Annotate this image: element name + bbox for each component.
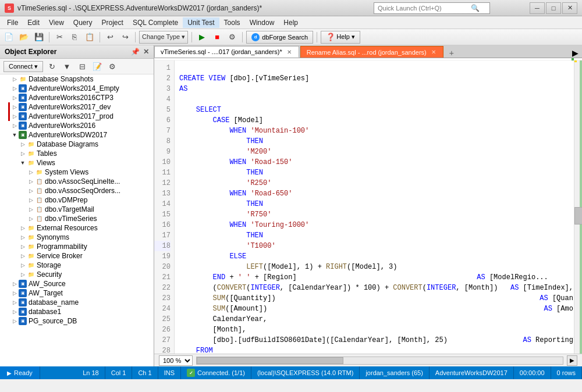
menu-unit-test[interactable]: Unit Test [183,17,219,28]
tree-item-storage[interactable]: ▷ 📁 Storage [16,261,154,270]
oe-filter[interactable]: ▼ [61,60,73,72]
tree-item-vassocseqline[interactable]: ▷ 📋 dbo.vAssocSeqLineIte... [24,177,154,186]
tree-item-vtimeseries[interactable]: ▷ 📋 dbo.vTimeSeries [24,214,154,223]
tree-item-pgsource[interactable]: ▷ ▣ PG_source_DB [8,316,154,326]
tree-item-awtarget[interactable]: ▷ ▣ AW_Target [8,288,154,298]
expander-awdw2017: ▼ [10,131,19,139]
folder-icon-system-views: 📁 [35,168,43,176]
tree-item-aw2017prod[interactable]: ▷ ▣ AdventureWorks2017_prod [8,112,154,121]
tree-item-db-snapshots[interactable]: ▷ 📁 Database Snapshots [8,74,154,84]
tree-item-ext-resources[interactable]: ▷ 📁 External Resources [16,223,154,233]
tree-item-service-broker[interactable]: ▷ 📁 Service Broker [16,251,154,261]
close-button[interactable]: ✕ [562,2,577,14]
toolbar-new[interactable]: 📄 [2,31,15,43]
menu-file[interactable]: File [2,17,23,28]
tab-vtimeseries[interactable]: vTimeSeries.sql - ....017 (jordan_sander… [154,46,299,58]
menu-sql-complete[interactable]: SQL Complete [128,17,183,28]
status-server-text: (local)\SQLEXPRESS (14.0 RTM) [257,369,353,376]
menu-tools[interactable]: Tools [219,17,245,28]
tree-item-awdw2017[interactable]: ▼ ▣ AdventureWorksDW2017 [8,130,154,140]
minimize-button[interactable]: ─ [530,2,545,14]
title-bar: S vTimeSeries.sql - .\SQLEXPRESS.Adventu… [0,0,582,16]
oe-tree: ▷ 📁 Database Snapshots ▷ ▣ AdventureWork… [0,74,154,366]
tree-item-dbname[interactable]: ▷ ▣ database_name [8,298,154,307]
toolbar-copy[interactable]: ⎘ [68,31,81,43]
code-content[interactable]: 1 2 3 4 5 6 7 8 9 10 11 12 13 14 15 16 1 [154,60,582,354]
scroll-right-btn[interactable]: ▶ [567,355,577,366]
db-icon-aw2017dev: ▣ [19,103,27,111]
quick-launch-search[interactable]: 🔍 [374,2,490,14]
toolbar-separator-3 [135,32,136,42]
view-icon-vdmprep: 📋 [35,196,43,204]
help-button[interactable]: ❓ Help ▾ [321,31,360,44]
view-icon-vtargetmail: 📋 [35,205,43,213]
status-server: (local)\SQLEXPRESS (14.0 RTM) [251,366,360,379]
toolbar-open[interactable]: 📂 [17,31,30,43]
line-num-25: 25 [154,314,171,325]
tree-item-security[interactable]: ▷ 📁 Security [16,270,154,279]
toolbar-undo[interactable]: ↩ [104,31,116,43]
tree-item-db-diagrams[interactable]: ▷ 📁 Database Diagrams [16,140,154,149]
tree-item-awsource[interactable]: ▷ ▣ AW_Source [8,279,154,288]
tree-item-system-views[interactable]: ▷ 📁 System Views [24,168,154,177]
zoom-select[interactable]: 100 % 75 % 125 % 150 % [159,355,193,366]
add-tab-button[interactable]: + [445,48,459,58]
tab-scroll-right[interactable]: ▶ [569,48,582,58]
oe-properties[interactable]: ⚙ [106,60,119,72]
oe-new-query[interactable]: 📝 [91,60,104,72]
menu-query[interactable]: Query [69,17,97,28]
menu-edit[interactable]: Edit [23,17,44,28]
menu-view[interactable]: View [44,17,69,28]
tree-item-vassocseqorders[interactable]: ▷ 📋 dbo.vAssocSeqOrders... [24,186,154,195]
tab-rename-alias[interactable]: Rename Alias.sql - ...rod (jordan_sander… [300,46,443,58]
tree-item-aw2014[interactable]: ▷ ▣ AdventureWorks2014_Empty [8,84,154,93]
tree-item-programmability[interactable]: ▷ 📁 Programmability [16,242,154,251]
menu-help[interactable]: Help [279,17,303,28]
connect-button[interactable]: Connect ▾ [3,61,43,72]
search-input[interactable] [378,5,471,12]
app-icon: S [5,3,14,13]
minimap-thumb[interactable] [574,207,582,224]
tree-label-tables: Tables [37,149,57,158]
toolbar-run[interactable]: ▶ [196,31,208,43]
tree-item-aw2016[interactable]: ▷ ▣ AdventureWorks2016 [8,121,154,130]
horizontal-scrollbar[interactable] [196,357,563,365]
toolbar-debug[interactable]: ⚙ [226,31,239,43]
tree-item-aw2016ctp[interactable]: ▷ ▣ AdventureWorks2016CTP3 [8,93,154,102]
line-num-6: 6 [154,115,171,126]
oe-refresh-all[interactable]: ↻ [45,60,58,72]
change-type-label[interactable]: Change Type ▾ [139,31,188,44]
line-num-28: 28 [154,345,171,354]
view-icon-vassocseqorders: 📋 [35,187,43,195]
oe-close-icon[interactable]: ✕ [143,48,149,56]
folder-icon-security: 📁 [27,270,35,279]
tab-rename-alias-close[interactable]: ✕ [430,49,437,55]
menu-project[interactable]: Project [97,17,128,28]
tree-item-aw2017dev[interactable]: ▷ ▣ AdventureWorks2017_dev [8,102,154,112]
dbforge-search-button[interactable]: d dbForge Search [246,31,313,44]
tree-item-tables[interactable]: ▷ 📁 Tables [16,149,154,158]
tree-item-synonyms[interactable]: ▷ 📁 Synonyms [16,233,154,242]
oe-collapse[interactable]: ⊟ [76,60,88,72]
expander-awtarget: ▷ [10,289,19,297]
status-ready: ▶ Ready [0,366,40,379]
menu-window[interactable]: Window [245,17,279,28]
toolbar-paste[interactable]: 📋 [83,31,96,43]
tab-vtimeseries-close[interactable]: ✕ [286,49,293,55]
toolbar-stop[interactable]: ■ [211,31,223,43]
tree-item-vdmprep[interactable]: ▷ 📋 dbo.vDMPrep [24,195,154,205]
tree-item-vtargetmail[interactable]: ▷ 📋 dbo.vTargetMail [24,205,154,214]
tree-item-database1[interactable]: ▷ ▣ database1 [8,307,154,316]
code-textarea[interactable]: CREATE VIEW [dbo].[vTimeSeries] AS SELEC… [175,60,574,354]
tree-item-views[interactable]: ▼ 📁 Views [16,158,154,168]
right-indicators[interactable] [574,60,582,354]
toolbar-save[interactable]: 💾 [33,31,45,43]
status-ln-text: Ln 18 [83,369,99,376]
toolbar-redo[interactable]: ↪ [119,31,132,43]
toolbar-cut[interactable]: ✂ [53,31,66,43]
tree-label-aw2016ctp: AdventureWorks2016CTP3 [29,94,113,102]
maximize-button[interactable]: □ [546,2,561,14]
tree-label-awtarget: AW_Target [29,289,63,297]
pin-icon[interactable]: 📌 [131,48,140,56]
line-num-18: 18 [154,241,171,251]
